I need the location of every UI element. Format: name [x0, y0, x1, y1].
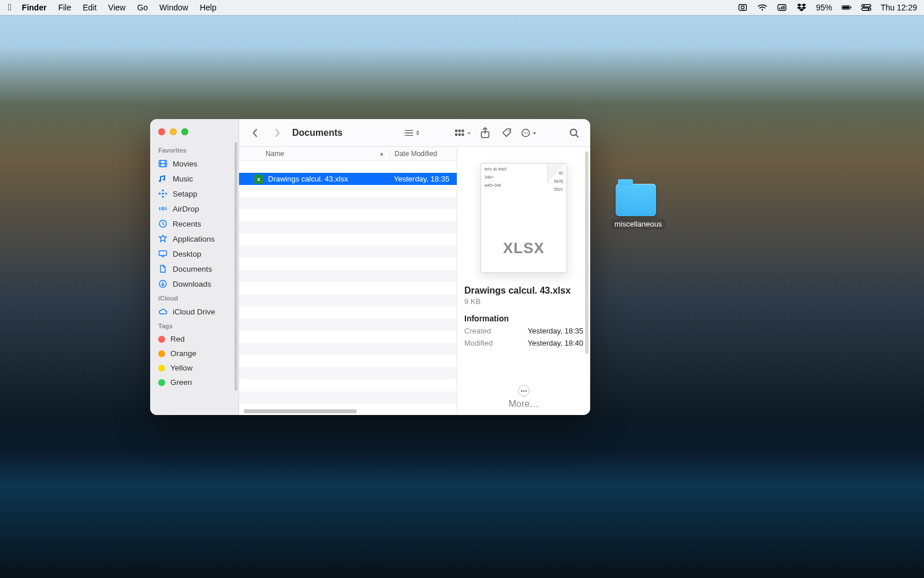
file-row[interactable]: x Drawings calcul. 43.xlsx Yesterday, 18…: [239, 173, 457, 185]
stats-menu-icon[interactable]: [777, 2, 787, 13]
svg-rect-27: [165, 192, 167, 195]
sidebar-item-desktop[interactable]: Desktop: [150, 246, 239, 261]
sidebar-item-movies[interactable]: Movies: [150, 156, 239, 171]
svg-line-52: [576, 135, 578, 137]
sidebar-item-label: Red: [170, 335, 185, 343]
tag-dot-icon: [158, 365, 165, 372]
sidebar-item-downloads[interactable]: Downloads: [150, 276, 239, 291]
battery-percent: 95%: [816, 3, 832, 12]
app-menu[interactable]: Finder: [22, 3, 47, 12]
nav-forward-button[interactable]: [269, 125, 285, 141]
page-fold-icon: [547, 164, 567, 183]
window-minimize-button[interactable]: [170, 128, 177, 135]
file-row-empty: [239, 258, 457, 270]
svg-rect-40: [459, 129, 461, 132]
svg-marker-7: [797, 3, 802, 6]
svg-point-1: [741, 6, 744, 9]
wifi-menu-icon[interactable]: [757, 2, 767, 13]
music-icon: [158, 174, 167, 183]
movies-icon: [158, 159, 167, 168]
control-center-icon[interactable]: [861, 2, 871, 13]
svg-point-16: [863, 5, 865, 6]
file-row-empty: [239, 343, 457, 355]
svg-point-2: [762, 9, 763, 11]
nav-back-button[interactable]: [247, 125, 263, 141]
recents-icon: [158, 219, 167, 228]
menu-file[interactable]: File: [58, 3, 72, 12]
menu-window[interactable]: Window: [159, 3, 188, 12]
svg-point-36: [404, 129, 405, 130]
sidebar-item-recents[interactable]: Recents: [150, 216, 239, 231]
column-header-date[interactable]: Date Modified: [389, 150, 457, 158]
sidebar-scrollbar[interactable]: [234, 142, 237, 391]
window-zoom-button[interactable]: [181, 128, 188, 135]
search-button[interactable]: [566, 125, 582, 141]
column-header-row: Name ▲ Date Modified: [239, 147, 457, 161]
file-row-empty: [239, 306, 457, 318]
setapp-icon: [158, 189, 167, 198]
file-row-empty: [239, 234, 457, 246]
svg-point-28: [162, 208, 164, 210]
preview-modified-value: Yesterday, 18:40: [528, 339, 583, 347]
sidebar-tag-green[interactable]: Green: [150, 375, 239, 390]
preview-created-row: Created Yesterday, 18:35: [464, 327, 583, 335]
column-header-name[interactable]: Name ▲: [239, 150, 389, 158]
tags-button[interactable]: [499, 125, 515, 141]
documents-icon: [158, 264, 167, 273]
sidebar-tags-label: Tags: [150, 319, 239, 332]
preview-more[interactable]: ••• More…: [457, 385, 590, 409]
tag-dot-icon: [158, 379, 165, 386]
sort-indicator-icon: ▲: [379, 150, 385, 157]
sidebar-item-applications[interactable]: Applications: [150, 231, 239, 246]
battery-menu-icon[interactable]: [841, 2, 852, 13]
sidebar-item-documents[interactable]: Documents: [150, 261, 239, 276]
file-row-empty: [239, 209, 457, 221]
sidebar-tag-red[interactable]: Red: [150, 332, 239, 346]
sidebar-item-icloud-drive[interactable]: iCloud Drive: [150, 304, 239, 319]
svg-rect-42: [455, 133, 457, 135]
menu-edit[interactable]: Edit: [83, 3, 96, 12]
screenshot-menu-icon[interactable]: [737, 2, 748, 13]
column-header-date-label: Date Modified: [394, 150, 437, 158]
applications-icon: [158, 234, 167, 243]
finder-sidebar: Favorites Movies Music Setapp AirDrop Re…: [150, 119, 239, 415]
svg-rect-41: [461, 129, 464, 132]
action-menu-button[interactable]: [521, 125, 537, 141]
group-by-button[interactable]: [455, 125, 471, 141]
file-list-hscrollbar[interactable]: [244, 409, 357, 413]
sidebar-item-setapp[interactable]: Setapp: [150, 186, 239, 201]
sidebar-tag-orange[interactable]: Orange: [150, 346, 239, 361]
window-close-button[interactable]: [158, 128, 165, 135]
apple-menu-icon[interactable]: : [8, 2, 12, 13]
svg-rect-23: [162, 189, 164, 191]
file-row-empty: [239, 270, 457, 282]
menu-help[interactable]: Help: [200, 3, 217, 12]
preview-created-label: Created: [464, 327, 491, 335]
sidebar-item-airdrop[interactable]: AirDrop: [150, 201, 239, 216]
file-row-empty: [239, 294, 457, 306]
preview-type-label: XLSX: [481, 239, 567, 257]
preview-filename: Drawings calcul. 43.xlsx: [464, 286, 583, 296]
sidebar-tag-yellow[interactable]: Yellow: [150, 361, 239, 375]
file-row-empty: [239, 197, 457, 209]
file-row-empty: [239, 185, 457, 197]
file-row-empty: [239, 246, 457, 258]
share-button[interactable]: [477, 125, 493, 141]
sidebar-item-label: Orange: [170, 349, 196, 358]
tag-dot-icon: [158, 350, 165, 357]
svg-point-48: [524, 132, 525, 134]
file-row-empty: [239, 331, 457, 343]
svg-rect-17: [862, 8, 871, 10]
menu-go[interactable]: Go: [137, 3, 148, 12]
dropbox-menu-icon[interactable]: [796, 2, 807, 13]
view-mode-button[interactable]: [404, 125, 420, 141]
preview-scrollbar[interactable]: [585, 151, 588, 354]
menu-view[interactable]: View: [108, 3, 125, 12]
desktop-folder-miscellaneous[interactable]: miscellaneous: [611, 184, 661, 229]
preview-created-value: Yesterday, 18:35: [528, 327, 583, 335]
sidebar-item-label: Yellow: [170, 364, 193, 372]
svg-rect-25: [162, 195, 164, 198]
sidebar-item-music[interactable]: Music: [150, 171, 239, 186]
cloud-icon: [158, 307, 167, 316]
menubar-clock[interactable]: Thu 12:29: [881, 3, 917, 12]
